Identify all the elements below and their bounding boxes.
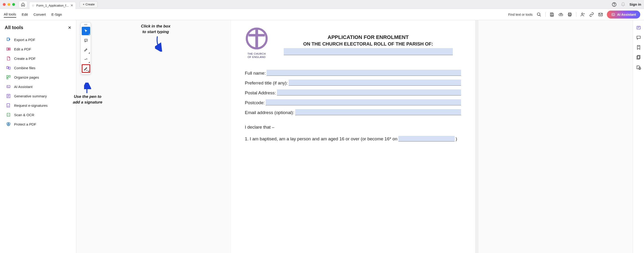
- toolbar: All tools Edit Convert E-Sign Find text …: [0, 9, 644, 20]
- sidebar-item-label: Generative summary: [14, 94, 47, 98]
- sidebar-item-3[interactable]: Combine files: [5, 63, 72, 72]
- sidebar-item-9[interactable]: Protect a PDF: [5, 119, 72, 129]
- svg-rect-18: [7, 78, 8, 79]
- sidebar-item-label: Export a PDF: [14, 38, 35, 42]
- full-name-input[interactable]: [266, 70, 461, 76]
- document-tab[interactable]: ☆ Form_1_Application_f... ✕: [29, 2, 76, 9]
- menu-all-tools[interactable]: All tools: [4, 11, 16, 17]
- save-icon[interactable]: [549, 12, 554, 17]
- rail-export-icon[interactable]: i: [636, 64, 642, 70]
- email-input[interactable]: [295, 109, 461, 115]
- menu-edit[interactable]: Edit: [22, 11, 28, 17]
- minimize-window-icon[interactable]: [8, 3, 10, 6]
- comment-tool[interactable]: [82, 36, 90, 45]
- print-icon[interactable]: [567, 12, 572, 17]
- sign-tool[interactable]: [82, 64, 90, 73]
- toolbar-grip[interactable]: [84, 24, 87, 25]
- highlight-tool[interactable]: [82, 45, 90, 54]
- menu-esign[interactable]: E-Sign: [52, 11, 62, 17]
- postcode-input[interactable]: [266, 99, 461, 105]
- organize-icon: [6, 75, 11, 80]
- sidebar-item-6[interactable]: Generative summary: [5, 91, 72, 101]
- doc-title-2: ON THE CHURCH ELECTORAL ROLL OF THE PARI…: [276, 41, 461, 47]
- age16-date-input[interactable]: [398, 136, 455, 142]
- mail-icon[interactable]: [598, 12, 603, 17]
- svg-rect-27: [248, 34, 265, 37]
- postal-input[interactable]: [277, 89, 461, 95]
- svg-rect-19: [7, 85, 10, 88]
- create-label: Create: [86, 2, 95, 6]
- home-button[interactable]: [19, 1, 27, 8]
- close-panel-icon[interactable]: ✕: [68, 25, 72, 30]
- rail-pages-icon[interactable]: [636, 54, 642, 60]
- protect-icon: [6, 122, 11, 126]
- ai-assistant-label: AI Assistant: [617, 13, 636, 16]
- logo-caption: THE CHURCH OF ENGLAND: [245, 52, 268, 59]
- create-icon: [6, 56, 11, 61]
- rail-comment-icon[interactable]: [636, 35, 642, 40]
- maximize-window-icon[interactable]: [12, 3, 15, 6]
- svg-rect-11: [7, 48, 8, 50]
- sidebar-item-label: Request e-signatures: [14, 103, 48, 107]
- draw-tool[interactable]: [82, 55, 90, 63]
- bell-icon[interactable]: [620, 2, 626, 7]
- svg-point-2: [537, 13, 540, 15]
- rail-bookmark-icon[interactable]: [636, 45, 642, 50]
- search-icon[interactable]: [536, 12, 542, 17]
- sidebar-item-label: Combine files: [14, 66, 36, 70]
- sign-icon: [6, 103, 11, 108]
- svg-text:A: A: [8, 114, 9, 116]
- document-viewport[interactable]: THE CHURCH OF ENGLAND APPLICATION FOR EN…: [76, 20, 633, 253]
- svg-rect-13: [8, 49, 10, 50]
- svg-rect-17: [9, 76, 10, 77]
- annotation-signature: Use the pen to add a signature: [72, 94, 103, 105]
- declaration-item-1: 1. I am baptised, am a lay person and am…: [245, 136, 461, 142]
- sidebar-item-4[interactable]: Organize pages: [5, 72, 72, 82]
- add-user-icon[interactable]: [580, 12, 585, 17]
- label-postal: Postal Address:: [245, 90, 276, 95]
- panel-title-text: All tools: [5, 25, 23, 30]
- plus-icon: +: [83, 2, 84, 6]
- right-rail: i: [633, 20, 644, 253]
- sidebar-item-label: Organize pages: [14, 75, 39, 79]
- svg-rect-3: [551, 14, 553, 16]
- window-controls: [3, 3, 15, 6]
- link-icon[interactable]: [589, 12, 594, 17]
- svg-rect-24: [8, 124, 9, 125]
- help-icon[interactable]: [612, 2, 617, 7]
- svg-rect-12: [8, 48, 10, 49]
- ai-icon: [6, 84, 11, 89]
- pref-title-input[interactable]: [289, 80, 461, 86]
- sidebar-item-1[interactable]: Edit a PDF: [5, 44, 72, 54]
- svg-rect-8: [599, 13, 602, 16]
- menu-convert[interactable]: Convert: [33, 11, 46, 17]
- select-tool[interactable]: [82, 27, 90, 35]
- edit-icon: [6, 47, 11, 51]
- all-tools-panel: All tools ✕ Export a PDFEdit a PDFCreate…: [0, 20, 76, 253]
- doc-title-1: APPLICATION FOR ENROLMENT: [276, 34, 461, 40]
- cloud-upload-icon[interactable]: [558, 12, 564, 17]
- vertical-scrollbar[interactable]: [475, 20, 478, 253]
- rail-ai-icon[interactable]: [636, 25, 642, 30]
- sidebar-item-7[interactable]: Request e-signatures: [5, 101, 72, 110]
- ai-assistant-button[interactable]: AI Assistant: [607, 10, 640, 18]
- sidebar-item-2[interactable]: Create a PDF: [5, 54, 72, 63]
- arrow-up-icon: [84, 83, 91, 94]
- star-icon[interactable]: ☆: [32, 4, 34, 7]
- home-icon: [21, 2, 25, 6]
- close-window-icon[interactable]: [3, 3, 6, 6]
- sidebar-item-label: Edit a PDF: [14, 47, 31, 51]
- export-icon: [6, 37, 11, 42]
- signin-button[interactable]: Sign in: [630, 2, 641, 6]
- panel-title: All tools ✕: [5, 25, 72, 30]
- sidebar-item-5[interactable]: AI Assistant: [5, 82, 72, 91]
- sidebar-item-8[interactable]: AScan & OCR: [5, 110, 72, 119]
- declaration-text: I declare that –: [245, 125, 461, 130]
- combine-icon: [6, 65, 11, 70]
- parish-input[interactable]: [284, 48, 453, 55]
- sidebar-item-0[interactable]: Export a PDF: [5, 35, 72, 44]
- create-button[interactable]: + Create: [80, 1, 98, 8]
- sidebar-item-label: Protect a PDF: [14, 122, 36, 126]
- sidebar-item-label: Scan & OCR: [14, 113, 34, 117]
- close-tab-icon[interactable]: ✕: [70, 3, 73, 7]
